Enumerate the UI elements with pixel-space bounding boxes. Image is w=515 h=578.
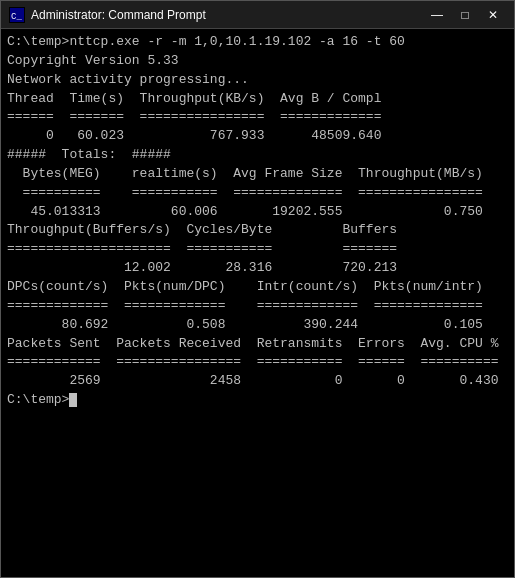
terminal-line: ========== =========== ============== ==…	[7, 184, 508, 203]
maximize-button[interactable]: □	[452, 5, 478, 25]
close-button[interactable]: ✕	[480, 5, 506, 25]
terminal-line: 2569 2458 0 0 0.430	[7, 372, 508, 391]
terminal-line: Throughput(Buffers/s) Cycles/Byte Buffer…	[7, 221, 508, 240]
terminal-line: ===================== =========== ======…	[7, 240, 508, 259]
cursor	[69, 393, 77, 407]
terminal-line: Bytes(MEG) realtime(s) Avg Frame Size Th…	[7, 165, 508, 184]
terminal-line: ============ ================ ==========…	[7, 353, 508, 372]
terminal-line: 12.002 28.316 720.213	[7, 259, 508, 278]
terminal-line: C:\temp>nttcp.exe -r -m 1,0,10.1.19.102 …	[7, 33, 508, 52]
cmd-icon: C_	[9, 7, 25, 23]
titlebar-left: C_ Administrator: Command Prompt	[9, 7, 206, 23]
terminal-line: C:\temp>	[7, 391, 508, 410]
terminal-output[interactable]: C:\temp>nttcp.exe -r -m 1,0,10.1.19.102 …	[1, 29, 514, 577]
terminal-line: 80.692 0.508 390.244 0.105	[7, 316, 508, 335]
terminal-line: Packets Sent Packets Received Retransmit…	[7, 335, 508, 354]
terminal-line: ====== ======= ================ ========…	[7, 108, 508, 127]
terminal-line: 45.013313 60.006 19202.555 0.750	[7, 203, 508, 222]
terminal-line: Thread Time(s) Throughput(KB/s) Avg B / …	[7, 90, 508, 109]
terminal-line: ============= ============= ============…	[7, 297, 508, 316]
terminal-line: DPCs(count/s) Pkts(num/DPC) Intr(count/s…	[7, 278, 508, 297]
terminal-line: Network activity progressing...	[7, 71, 508, 90]
window-controls: — □ ✕	[424, 5, 506, 25]
terminal-line: 0 60.023 767.933 48509.640	[7, 127, 508, 146]
minimize-button[interactable]: —	[424, 5, 450, 25]
cmd-window: C_ Administrator: Command Prompt — □ ✕ C…	[0, 0, 515, 578]
titlebar: C_ Administrator: Command Prompt — □ ✕	[1, 1, 514, 29]
terminal-line: Copyright Version 5.33	[7, 52, 508, 71]
window-title: Administrator: Command Prompt	[31, 8, 206, 22]
svg-text:C_: C_	[11, 12, 22, 22]
terminal-line: ##### Totals: #####	[7, 146, 508, 165]
